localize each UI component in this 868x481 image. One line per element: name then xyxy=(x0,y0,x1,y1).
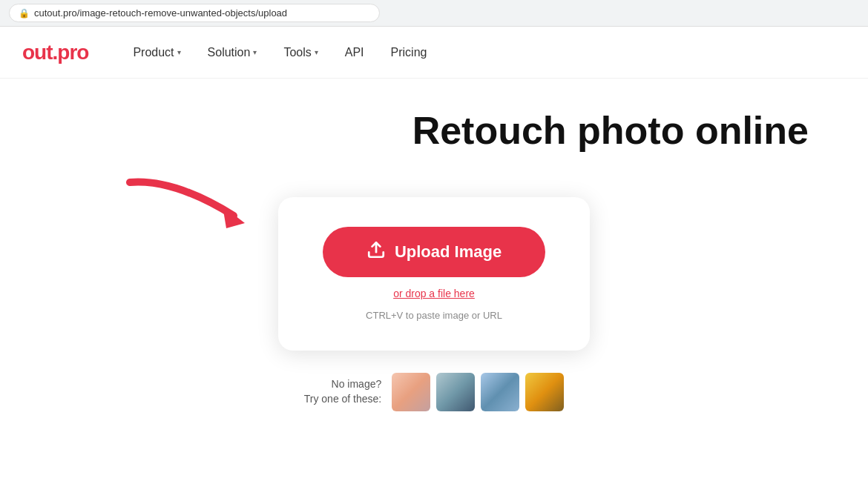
chevron-down-icon: ▾ xyxy=(177,48,181,56)
page-title: Retouch photo online xyxy=(412,108,809,153)
svg-marker-0 xyxy=(223,206,245,228)
nav-label-pricing: Pricing xyxy=(391,46,427,59)
address-bar[interactable]: 🔒 cutout.pro/image-retouch-remove-unwant… xyxy=(9,4,380,22)
nav-item-solution[interactable]: Solution ▾ xyxy=(208,46,257,59)
sample-label: No image? Try one of these: xyxy=(304,377,382,406)
main-content: Retouch photo online xyxy=(0,79,868,411)
nav-link-pricing[interactable]: Pricing xyxy=(391,46,427,59)
try-one-text: Try one of these: xyxy=(304,393,382,405)
chevron-down-icon: ▾ xyxy=(253,48,257,56)
upload-image-button[interactable]: Upload Image xyxy=(323,227,545,277)
sample-image-1[interactable] xyxy=(392,373,430,411)
nav-link-api[interactable]: API xyxy=(345,46,364,59)
navbar: out.pro Product ▾ Solution ▾ Tools ▾ API xyxy=(0,27,868,79)
nav-item-product[interactable]: Product ▾ xyxy=(133,46,180,59)
upload-card: Upload Image or drop a file here CTRL+V … xyxy=(278,197,590,351)
lock-icon: 🔒 xyxy=(19,8,30,19)
nav-links: Product ▾ Solution ▾ Tools ▾ API Pricing xyxy=(133,46,427,59)
arrow-container xyxy=(115,175,300,249)
logo-text: out.pro xyxy=(22,41,88,64)
sample-image-2[interactable] xyxy=(436,373,475,411)
no-image-text: No image? xyxy=(332,378,382,390)
nav-label-solution: Solution xyxy=(208,46,251,59)
nav-label-tools: Tools xyxy=(283,46,311,59)
sample-image-4[interactable] xyxy=(525,373,564,411)
nav-label-product: Product xyxy=(133,46,174,59)
sample-section: No image? Try one of these: xyxy=(304,373,565,411)
upload-section: Upload Image or drop a file here CTRL+V … xyxy=(278,197,590,411)
arrow-icon xyxy=(115,175,300,242)
nav-label-api: API xyxy=(345,46,364,59)
nav-link-tools[interactable]: Tools ▾ xyxy=(283,46,318,59)
nav-link-product[interactable]: Product ▾ xyxy=(133,46,180,59)
paste-text: CTRL+V to paste image or URL xyxy=(366,310,502,321)
nav-item-tools[interactable]: Tools ▾ xyxy=(283,46,318,59)
nav-item-pricing[interactable]: Pricing xyxy=(391,46,427,59)
nav-link-solution[interactable]: Solution ▾ xyxy=(208,46,257,59)
nav-item-api[interactable]: API xyxy=(345,46,364,59)
sample-image-3[interactable] xyxy=(481,373,519,411)
upload-button-label: Upload Image xyxy=(395,242,502,262)
browser-bar: 🔒 cutout.pro/image-retouch-remove-unwant… xyxy=(0,0,868,27)
logo[interactable]: out.pro xyxy=(22,41,88,64)
drop-file-text[interactable]: or drop a file here xyxy=(393,288,475,299)
upload-icon xyxy=(366,240,386,264)
url-text: cutout.pro/image-retouch-remove-unwanted… xyxy=(34,7,287,19)
chevron-down-icon: ▾ xyxy=(315,48,318,56)
sample-images xyxy=(392,373,564,411)
